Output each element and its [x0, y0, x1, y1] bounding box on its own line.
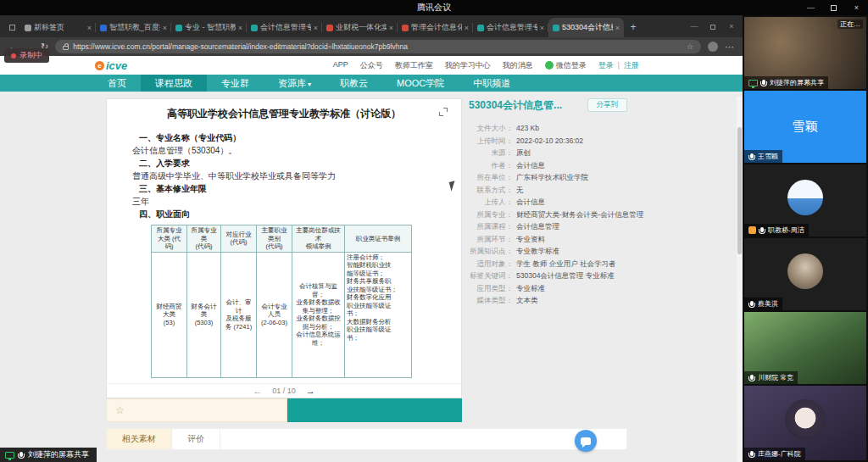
browser-tab-7[interactable]: 会计信息管理专... × — [473, 18, 548, 37]
nav-item-zhijiaoyun[interactable]: 职教云 — [326, 75, 382, 92]
tab-related-materials[interactable]: 相关素材 — [107, 429, 172, 449]
participant-tile-changjing[interactable]: 川财院 常竞 — [744, 312, 866, 384]
page-scrollbar — [737, 97, 743, 462]
tab-close-icon[interactable]: × — [389, 24, 393, 32]
nav-item-ziyuanku[interactable]: 资源库▾ — [264, 75, 326, 92]
meta-row: 所属环节：专业资料 — [469, 233, 627, 246]
tab-close-icon[interactable]: × — [87, 24, 92, 32]
recording-label: 录制中 — [19, 50, 42, 61]
new-tab-button[interactable]: + — [624, 18, 643, 37]
browser-minimize-button[interactable]: — — [685, 22, 704, 31]
doc-heading: 三、基本修业年限 — [139, 182, 461, 195]
browser-tab-6[interactable]: 管理会计信息化... × — [398, 18, 473, 37]
register-link[interactable]: 注册 — [624, 60, 639, 71]
header-link-messages[interactable]: 我的消息 — [503, 60, 533, 71]
participant-tile-zhoujie[interactable]: 职教桥-周洁 — [744, 164, 866, 237]
table-cell: 会计专业 人员 (2-06-03) — [257, 252, 292, 377]
browser-maximize-button[interactable] — [704, 22, 722, 31]
more-menu-icon[interactable]: ⋯ — [725, 42, 734, 52]
participant-tile-sharer[interactable]: 正在… 刘捷萍的屏幕共享 — [744, 17, 866, 89]
participant-label: 职教桥-周洁 — [744, 224, 809, 237]
recording-dot-icon — [11, 53, 16, 58]
tab-close-icon[interactable]: × — [540, 24, 544, 32]
fullscreen-icon[interactable] — [439, 108, 448, 116]
nav-item-kechengsizheng[interactable]: 课程思政 — [141, 75, 207, 92]
avatar — [787, 253, 823, 289]
chat-bubble-icon — [581, 437, 591, 445]
table-cell: 注册会计师； 智能财税职业技 能等级证书； 财务共享服务职 业技能等级证书； 财… — [345, 252, 412, 377]
tab-search-button[interactable] — [3, 17, 20, 37]
tab-close-icon[interactable]: × — [465, 24, 469, 32]
nav-item-mooc[interactable]: MOOC学院 — [382, 75, 459, 92]
header-link-app[interactable]: APP — [333, 60, 348, 71]
icve-page: eicve APP 公众号 教师工作室 我的学习中心 我的消息 微信登录 登录 … — [0, 56, 743, 462]
bookmark-star-icon[interactable]: ☆ — [687, 42, 693, 51]
browser-tabstrip: 新标签页 × 智慧职教_百度搜... × 专业 - 智慧职教 × 会计信息管理专… — [0, 15, 743, 37]
scrollbar-thumb[interactable] — [737, 127, 742, 254]
mic-icon — [750, 301, 754, 306]
browser-tab-3[interactable]: 专业 - 智慧职教 × — [171, 18, 247, 37]
doc-text: 会计信息管理（530304）。 — [132, 144, 461, 157]
share-button[interactable]: 分享到 — [587, 98, 628, 112]
rating-bar: ☆ — [106, 398, 287, 422]
participant-label: 蔡美淇 — [744, 298, 782, 310]
header-link-wechat-account[interactable]: 公众号 — [360, 60, 383, 71]
browser-tab-2[interactable]: 智慧职教_百度搜... × — [96, 18, 171, 37]
browser-tab-5[interactable]: 业财税一体化实... × — [322, 18, 398, 37]
maximize-button[interactable] — [822, 0, 845, 15]
tab-favicon — [402, 25, 409, 31]
wechat-login-button[interactable]: 微信登录 — [545, 60, 587, 71]
participant-name: 庄燕娜-广科院 — [758, 449, 801, 459]
tab-search-icon — [9, 25, 15, 31]
tab-close-icon[interactable]: × — [615, 24, 620, 32]
nav-item-home[interactable]: 首页 — [93, 75, 141, 92]
meeting-window: 腾讯会议 — × 新标签页 × 智慧职教_百度搜... × 专业 - 智慧职教 — [0, 0, 868, 462]
tab-label: 管理会计信息化... — [411, 22, 462, 33]
next-page-icon[interactable]: → — [306, 387, 315, 396]
url-input[interactable]: https://www.icve.com.cn/portal/manage-so… — [55, 40, 701, 53]
prev-page-icon[interactable]: ← — [253, 387, 262, 396]
document-page: 高等职业学校会计信息管理专业教学标准（讨论版） 一、专业名称（专业代码） 会计信… — [107, 99, 461, 383]
icve-logo-mark: e — [95, 61, 104, 70]
header-link-teacher-studio[interactable]: 教师工作室 — [395, 60, 433, 71]
icve-logo[interactable]: eicve — [95, 59, 127, 72]
browser-tab-1[interactable]: 新标签页 × — [20, 18, 96, 37]
participant-tile-caimeiqi[interactable]: 蔡美淇 — [744, 238, 866, 310]
mic-icon — [19, 452, 23, 457]
login-link[interactable]: 登录 — [598, 60, 614, 71]
participant-tile-wangxueying[interactable]: 雪颖 王雪颖 — [744, 91, 866, 163]
tab-label: 智慧职教_百度搜... — [109, 22, 160, 33]
tab-close-icon[interactable]: × — [163, 24, 167, 32]
meta-row: 所属课程：会计信息管理 — [469, 220, 627, 233]
screen-share-icon — [748, 80, 758, 86]
tab-favicon — [326, 25, 333, 31]
nav-item-zhongzhi[interactable]: 中职频道 — [459, 75, 525, 92]
profile-avatar[interactable] — [708, 42, 718, 52]
tab-close-icon[interactable]: × — [238, 24, 242, 32]
browser-tab-4[interactable]: 会计信息管理专... × — [247, 18, 322, 37]
browser-close-button[interactable]: × — [722, 22, 741, 31]
tab-favicon — [477, 25, 484, 31]
auth-divider: | — [618, 61, 620, 70]
nav-item-zhuanyequn[interactable]: 专业群 — [207, 75, 264, 92]
feedback-chat-button[interactable] — [575, 430, 597, 452]
header-link-learning-center[interactable]: 我的学习中心 — [445, 60, 491, 71]
avatar — [785, 399, 826, 440]
meta-row: 上传人：会计信息 — [469, 196, 627, 209]
meta-row: 文件大小：423 Kb — [469, 122, 627, 135]
minimize-button[interactable]: — — [799, 0, 822, 15]
speaking-status: 正在… — [837, 19, 863, 29]
tab-close-icon[interactable]: × — [314, 24, 318, 32]
document-viewer: 高等职业学校会计信息管理专业教学标准（讨论版） 一、专业名称（专业代码） 会计信… — [106, 98, 462, 398]
meta-row: 标签关键词：530304会计信息管理 专业标准 — [469, 270, 627, 282]
close-button[interactable]: × — [845, 0, 868, 15]
meta-row: 上传时间：2022-02-10 20:36:02 — [469, 135, 627, 148]
meta-row: 所在单位：广东科学技术职业学院 — [469, 171, 627, 184]
tab-comments[interactable]: 评价 — [172, 429, 220, 449]
browser-tab-8-active[interactable]: 530304会计信息... × — [548, 18, 624, 37]
mic-icon — [750, 375, 754, 380]
recording-indicator[interactable]: 录制中 — [4, 48, 49, 63]
tab-label: 专业 - 智慧职教 — [185, 22, 236, 33]
participant-tile-zhuangyanna[interactable]: 庄燕娜-广科院 — [744, 386, 866, 460]
favorite-star-icon[interactable]: ☆ — [115, 404, 125, 416]
